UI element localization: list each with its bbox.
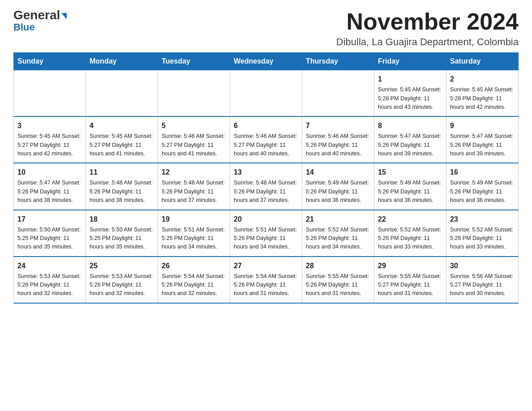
logo-text: General [13,9,67,21]
day-info: Sunrise: 5:45 AM Sunset: 5:28 PM Dayligh… [450,86,515,111]
calendar-day-cell [86,70,158,117]
day-info: Sunrise: 5:47 AM Sunset: 5:26 PM Dayligh… [17,179,82,205]
calendar-day-cell: 14Sunrise: 5:49 AM Sunset: 5:26 PM Dayli… [302,163,374,210]
day-info: Sunrise: 5:55 AM Sunset: 5:27 PM Dayligh… [378,272,442,298]
day-info: Sunrise: 5:48 AM Sunset: 5:26 PM Dayligh… [162,179,226,205]
day-info: Sunrise: 5:52 AM Sunset: 5:26 PM Dayligh… [306,226,370,252]
day-number: 21 [306,214,370,225]
weekday-header-tuesday: Tuesday [158,53,230,70]
weekday-header-monday: Monday [86,53,158,70]
day-info: Sunrise: 5:46 AM Sunset: 5:27 PM Dayligh… [234,132,298,158]
day-number: 25 [90,261,154,271]
day-number: 23 [450,214,515,225]
day-number: 28 [306,261,370,271]
day-number: 10 [17,167,82,178]
calendar-day-cell: 10Sunrise: 5:47 AM Sunset: 5:26 PM Dayli… [14,163,86,210]
day-info: Sunrise: 5:47 AM Sunset: 5:26 PM Dayligh… [378,132,442,158]
day-info: Sunrise: 5:54 AM Sunset: 5:26 PM Dayligh… [162,272,226,298]
day-number: 6 [234,120,298,131]
day-number: 9 [450,120,515,131]
day-number: 8 [378,120,442,131]
day-number: 29 [378,261,442,271]
day-info: Sunrise: 5:48 AM Sunset: 5:26 PM Dayligh… [234,179,298,205]
calendar-day-cell [302,70,374,117]
calendar-day-cell: 7Sunrise: 5:46 AM Sunset: 5:26 PM Daylig… [302,116,374,163]
day-info: Sunrise: 5:51 AM Sunset: 5:25 PM Dayligh… [162,226,226,252]
calendar-table: SundayMondayTuesdayWednesdayThursdayFrid… [13,52,519,304]
day-number: 26 [162,261,226,271]
day-info: Sunrise: 5:52 AM Sunset: 5:26 PM Dayligh… [450,226,515,252]
weekday-header-wednesday: Wednesday [230,53,302,70]
day-info: Sunrise: 5:53 AM Sunset: 5:26 PM Dayligh… [90,272,154,298]
calendar-day-cell: 29Sunrise: 5:55 AM Sunset: 5:27 PM Dayli… [374,257,446,303]
calendar-day-cell: 24Sunrise: 5:53 AM Sunset: 5:26 PM Dayli… [14,257,86,303]
calendar-day-cell: 2Sunrise: 5:45 AM Sunset: 5:28 PM Daylig… [446,70,519,117]
day-number: 15 [378,167,442,178]
day-number: 14 [306,167,370,178]
location-title: Dibulla, La Guajira Department, Colombia [336,36,519,48]
calendar-day-cell: 6Sunrise: 5:46 AM Sunset: 5:27 PM Daylig… [230,116,302,163]
calendar-day-cell: 8Sunrise: 5:47 AM Sunset: 5:26 PM Daylig… [374,116,446,163]
calendar-day-cell: 22Sunrise: 5:52 AM Sunset: 5:26 PM Dayli… [374,210,446,257]
day-info: Sunrise: 5:49 AM Sunset: 5:26 PM Dayligh… [306,179,370,205]
day-info: Sunrise: 5:55 AM Sunset: 5:26 PM Dayligh… [306,272,370,298]
calendar-day-cell: 9Sunrise: 5:47 AM Sunset: 5:26 PM Daylig… [446,116,519,163]
weekday-header-saturday: Saturday [446,53,519,70]
calendar-day-cell: 20Sunrise: 5:51 AM Sunset: 5:26 PM Dayli… [230,210,302,257]
day-number: 19 [162,214,226,225]
day-number: 13 [234,167,298,178]
day-number: 7 [306,120,370,131]
logo-blue-text: Blue [13,21,35,33]
day-number: 24 [17,261,82,271]
calendar-day-cell: 12Sunrise: 5:48 AM Sunset: 5:26 PM Dayli… [158,163,230,210]
day-number: 5 [162,120,226,131]
calendar-week-row: 17Sunrise: 5:50 AM Sunset: 5:25 PM Dayli… [14,210,519,257]
calendar-week-row: 3Sunrise: 5:45 AM Sunset: 5:27 PM Daylig… [14,116,519,163]
calendar-day-cell: 11Sunrise: 5:48 AM Sunset: 5:26 PM Dayli… [86,163,158,210]
calendar-day-cell: 25Sunrise: 5:53 AM Sunset: 5:26 PM Dayli… [86,257,158,303]
day-number: 11 [90,167,154,178]
page-header: General Blue November 2024 Dibulla, La G… [13,9,519,48]
calendar-day-cell: 26Sunrise: 5:54 AM Sunset: 5:26 PM Dayli… [158,257,230,303]
day-number: 12 [162,167,226,178]
day-info: Sunrise: 5:49 AM Sunset: 5:26 PM Dayligh… [450,179,515,205]
calendar-day-cell: 23Sunrise: 5:52 AM Sunset: 5:26 PM Dayli… [446,210,519,257]
calendar-day-cell: 30Sunrise: 5:56 AM Sunset: 5:27 PM Dayli… [446,257,519,303]
day-info: Sunrise: 5:49 AM Sunset: 5:26 PM Dayligh… [378,179,442,205]
calendar-day-cell: 15Sunrise: 5:49 AM Sunset: 5:26 PM Dayli… [374,163,446,210]
day-number: 30 [450,261,515,271]
day-number: 1 [378,74,442,85]
calendar-day-cell: 13Sunrise: 5:48 AM Sunset: 5:26 PM Dayli… [230,163,302,210]
calendar-day-cell [230,70,302,117]
day-info: Sunrise: 5:45 AM Sunset: 5:28 PM Dayligh… [378,86,442,111]
day-number: 3 [17,120,82,131]
weekday-header-thursday: Thursday [302,53,374,70]
logo: General Blue [13,9,67,33]
day-number: 18 [90,214,154,225]
day-info: Sunrise: 5:52 AM Sunset: 5:26 PM Dayligh… [378,226,442,252]
title-area: November 2024 Dibulla, La Guajira Depart… [336,9,519,48]
calendar-day-cell: 5Sunrise: 5:46 AM Sunset: 5:27 PM Daylig… [158,116,230,163]
day-info: Sunrise: 5:56 AM Sunset: 5:27 PM Dayligh… [450,272,515,298]
calendar-day-cell: 1Sunrise: 5:45 AM Sunset: 5:28 PM Daylig… [374,70,446,117]
day-number: 27 [234,261,298,271]
day-info: Sunrise: 5:50 AM Sunset: 5:25 PM Dayligh… [90,226,154,252]
day-number: 16 [450,167,515,178]
day-info: Sunrise: 5:45 AM Sunset: 5:27 PM Dayligh… [90,132,154,158]
day-info: Sunrise: 5:48 AM Sunset: 5:26 PM Dayligh… [90,179,154,205]
calendar-day-cell: 4Sunrise: 5:45 AM Sunset: 5:27 PM Daylig… [86,116,158,163]
calendar-day-cell [14,70,86,117]
calendar-day-cell: 19Sunrise: 5:51 AM Sunset: 5:25 PM Dayli… [158,210,230,257]
day-info: Sunrise: 5:46 AM Sunset: 5:26 PM Dayligh… [306,132,370,158]
day-info: Sunrise: 5:50 AM Sunset: 5:25 PM Dayligh… [17,226,82,252]
calendar-week-row: 10Sunrise: 5:47 AM Sunset: 5:26 PM Dayli… [14,163,519,210]
calendar-day-cell: 3Sunrise: 5:45 AM Sunset: 5:27 PM Daylig… [14,116,86,163]
month-year-title: November 2024 [336,9,519,34]
calendar-week-row: 24Sunrise: 5:53 AM Sunset: 5:26 PM Dayli… [14,257,519,303]
calendar-week-row: 1Sunrise: 5:45 AM Sunset: 5:28 PM Daylig… [14,70,519,117]
calendar-day-cell: 16Sunrise: 5:49 AM Sunset: 5:26 PM Dayli… [446,163,519,210]
day-info: Sunrise: 5:53 AM Sunset: 5:26 PM Dayligh… [17,272,82,298]
calendar-day-cell: 21Sunrise: 5:52 AM Sunset: 5:26 PM Dayli… [302,210,374,257]
calendar-day-cell: 28Sunrise: 5:55 AM Sunset: 5:26 PM Dayli… [302,257,374,303]
calendar-day-cell [158,70,230,117]
